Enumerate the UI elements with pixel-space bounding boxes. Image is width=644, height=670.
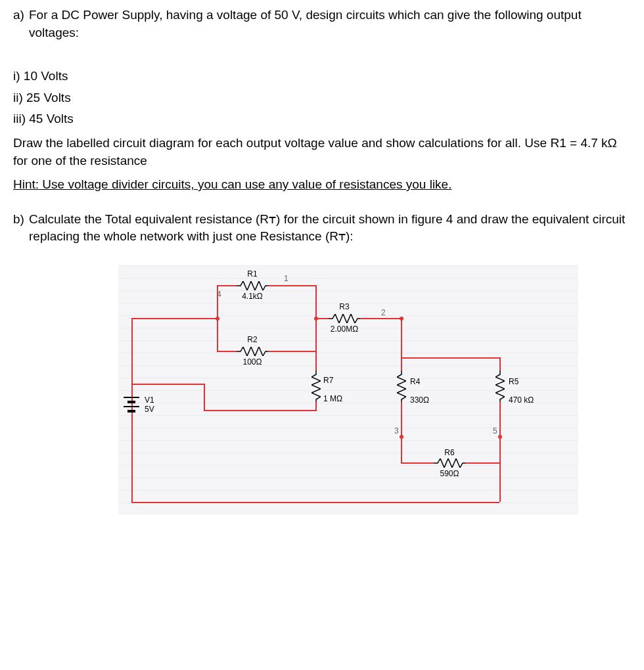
wire bbox=[499, 402, 501, 436]
node-3-label: 3 bbox=[394, 426, 399, 437]
wire bbox=[315, 402, 317, 410]
resistor-r6-icon bbox=[434, 458, 465, 468]
wire bbox=[499, 357, 501, 370]
wire bbox=[131, 384, 204, 385]
wire bbox=[315, 318, 317, 370]
part-a-text: For a DC Power Supply, having a voltage … bbox=[29, 7, 631, 41]
r6-name: R6 bbox=[434, 448, 465, 457]
wire bbox=[217, 351, 237, 352]
r2-value: 100Ω bbox=[234, 357, 271, 367]
wire bbox=[217, 285, 218, 318]
wire bbox=[401, 436, 402, 462]
wire bbox=[401, 318, 402, 370]
part-b-text: Calculate the Total equivalent resistanc… bbox=[29, 211, 631, 246]
sub-item-ii: ii) 25 Volts bbox=[13, 89, 631, 107]
circuit-diagram: V1 5V 4 R1 4.1kΩ 1 R2 100Ω R3 2.00MΩ 2 R… bbox=[118, 265, 578, 515]
r3-value: 2.00MΩ bbox=[323, 324, 365, 334]
sub-item-i: i) 10 Volts bbox=[13, 68, 631, 85]
node-5-label: 5 bbox=[493, 426, 497, 437]
source-value: 5V bbox=[145, 405, 154, 414]
r5-name: R5 bbox=[509, 377, 518, 386]
resistor-r2-icon bbox=[237, 347, 268, 356]
wire bbox=[401, 402, 402, 436]
r1-value: 4.1kΩ bbox=[234, 292, 271, 301]
wire bbox=[315, 318, 329, 319]
r3-name: R3 bbox=[329, 302, 360, 311]
resistor-r3-icon bbox=[329, 314, 360, 323]
wire bbox=[401, 357, 499, 359]
resistor-r5-icon bbox=[495, 370, 505, 402]
wire bbox=[131, 502, 499, 503]
resistor-r4-icon bbox=[397, 370, 406, 402]
wire bbox=[217, 285, 237, 286]
part-a-hint: Hint: Use voltage divider circuits, you … bbox=[13, 176, 631, 194]
source-label: V1 5V bbox=[145, 395, 154, 414]
r4-value: 330Ω bbox=[410, 395, 429, 405]
part-a-instruction: Draw the labelled circuit diagram for ea… bbox=[13, 135, 631, 169]
wire bbox=[499, 436, 501, 462]
wire bbox=[204, 384, 205, 410]
part-b-intro: b) Calculate the Total equivalent resist… bbox=[13, 211, 631, 246]
wire bbox=[204, 410, 317, 411]
r7-name: R7 bbox=[323, 376, 333, 385]
resistor-r1-icon bbox=[237, 281, 268, 290]
wire bbox=[401, 462, 434, 464]
hint-text: Use voltage divider circuits, you can us… bbox=[39, 177, 451, 191]
wire bbox=[217, 318, 218, 351]
source-name: V1 bbox=[145, 395, 154, 405]
r6-value: 590Ω bbox=[431, 469, 468, 478]
r4-name: R4 bbox=[410, 377, 420, 386]
r1-name: R1 bbox=[237, 269, 268, 279]
sub-item-iii: iii) 45 Volts bbox=[13, 110, 631, 128]
wire bbox=[131, 318, 217, 319]
resistor-r7-icon bbox=[311, 370, 321, 402]
node-2-label: 2 bbox=[381, 307, 386, 319]
part-a-intro: a) For a DC Power Supply, having a volta… bbox=[13, 7, 631, 41]
node-1-label: 1 bbox=[284, 273, 288, 284]
part-b-label: b) bbox=[13, 211, 29, 246]
wire bbox=[268, 351, 315, 352]
wire bbox=[315, 285, 317, 318]
r7-value: 1 MΩ bbox=[323, 394, 342, 403]
wire bbox=[360, 318, 401, 319]
r2-name: R2 bbox=[237, 335, 268, 344]
battery-icon bbox=[124, 397, 139, 413]
hint-label: Hint: bbox=[13, 177, 39, 191]
r5-value: 470 kΩ bbox=[509, 395, 534, 405]
part-a-label: a) bbox=[13, 7, 29, 41]
wire bbox=[465, 462, 499, 464]
wire bbox=[268, 285, 315, 286]
